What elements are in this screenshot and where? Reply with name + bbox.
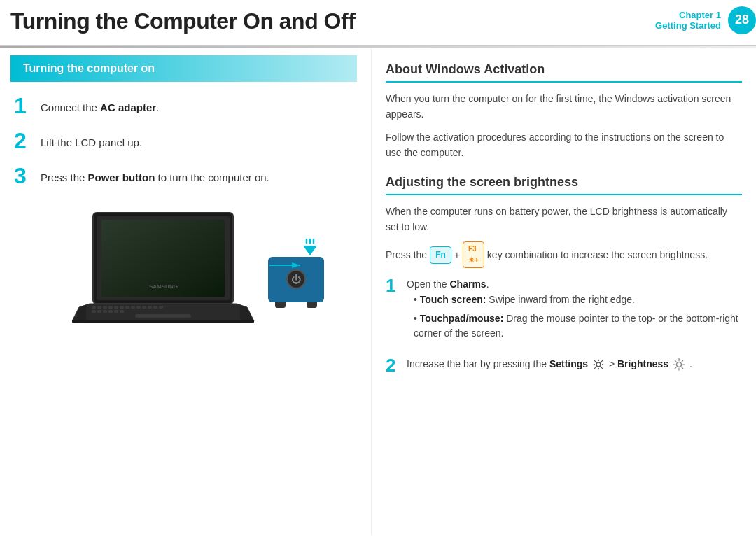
left-column: Turning the computer on 1 Connect the AC… xyxy=(0,48,371,535)
svg-line-40 xyxy=(682,367,683,369)
svg-rect-16 xyxy=(148,306,152,309)
brightness-icon xyxy=(673,358,685,371)
svg-point-33 xyxy=(596,362,601,367)
svg-rect-18 xyxy=(159,306,163,309)
svg-line-42 xyxy=(682,360,683,362)
step-2: 2 Lift the LCD panel up. xyxy=(10,132,357,152)
svg-rect-7 xyxy=(97,306,102,309)
main-content: Turning the computer on 1 Connect the AC… xyxy=(0,48,756,535)
svg-text:SAMSUNG: SAMSUNG xyxy=(149,283,178,290)
sub-step-2-text: Increase the bar by pressing the Setting… xyxy=(407,356,692,372)
sub-step-1-number: 1 xyxy=(386,276,407,295)
section2-title: Adjusting the screen brightness xyxy=(386,175,742,190)
sub-step-1: 1 Open the Charms. Touch screen: Swipe i… xyxy=(386,276,742,344)
bullet-touch: Touch screen: Swipe inward from the righ… xyxy=(414,292,742,307)
settings-gear-icon xyxy=(592,358,605,371)
chapter-sub: Getting Started xyxy=(655,20,721,31)
section1-para2: Follow the activation procedures accordi… xyxy=(386,129,742,161)
arrow-icon xyxy=(275,236,317,257)
page-header: Turning the Computer On and Off Chapter … xyxy=(0,0,756,46)
section1-para1: When you turn the computer on for the fi… xyxy=(386,91,742,122)
key-combo-before: Press the xyxy=(386,247,427,262)
step-3-number: 3 xyxy=(14,164,41,187)
step-1: 1 Connect the AC adapter. xyxy=(10,97,357,117)
svg-marker-30 xyxy=(303,246,317,255)
sub-step-1-text: Open the Charms. Touch screen: Swipe inw… xyxy=(407,276,742,344)
svg-rect-21 xyxy=(103,310,107,313)
key-combo-after: key combination to increase the screen b… xyxy=(487,247,708,262)
brightness-bold: Brightness xyxy=(617,358,668,369)
page-title: Turning the Computer On and Off xyxy=(0,0,648,40)
chapter-badge: Chapter 1 Getting Started xyxy=(648,0,721,40)
power-button-callout: ⏻ xyxy=(268,236,324,302)
fn-key: Fn xyxy=(430,246,451,264)
chapter-label: Chapter 1 xyxy=(679,10,721,20)
svg-rect-19 xyxy=(92,310,96,313)
step-2-text: Lift the LCD panel up. xyxy=(41,132,142,151)
sub-step-2-number: 2 xyxy=(386,356,407,374)
svg-rect-26 xyxy=(72,320,254,323)
step-2-number: 2 xyxy=(14,129,41,152)
sub-step-2: 2 Increase the bar by pressing the Setti… xyxy=(386,356,742,374)
svg-rect-9 xyxy=(108,306,113,309)
svg-rect-10 xyxy=(114,306,118,309)
charms-bold: Charms xyxy=(450,278,486,290)
step-3-text: Press the Power button to turn the compu… xyxy=(41,167,270,186)
svg-rect-24 xyxy=(120,310,124,313)
section2-para1: When the computer runs on battery power,… xyxy=(386,204,742,235)
settings-bold: Settings xyxy=(550,358,588,369)
step-3-bold: Power button xyxy=(88,171,155,183)
svg-rect-15 xyxy=(142,306,146,309)
svg-rect-22 xyxy=(108,310,113,313)
svg-rect-6 xyxy=(92,306,96,309)
step-3: 3 Press the Power button to turn the com… xyxy=(10,167,357,187)
svg-point-34 xyxy=(677,362,682,367)
right-column: About Windows Activation When you turn t… xyxy=(371,48,756,535)
section1-title: About Windows Activation xyxy=(386,62,742,77)
f3-key: F3☀+ xyxy=(463,241,484,268)
bullet-touchpad: Touchpad/mouse: Drag the mouse pointer t… xyxy=(414,311,742,341)
callout-arrow xyxy=(270,258,304,272)
svg-rect-20 xyxy=(97,310,102,313)
plus-sign: + xyxy=(454,247,460,262)
svg-rect-13 xyxy=(131,306,135,309)
page-number: 28 xyxy=(728,6,756,34)
svg-rect-12 xyxy=(125,306,130,309)
svg-line-41 xyxy=(675,367,676,369)
key-combo-line: Press the Fn + F3☀+ key combination to i… xyxy=(386,241,742,268)
section1-divider xyxy=(386,81,742,83)
svg-line-39 xyxy=(675,360,676,362)
svg-rect-17 xyxy=(153,306,158,309)
svg-rect-11 xyxy=(120,306,124,309)
svg-rect-8 xyxy=(103,306,107,309)
section-bar: Turning the computer on xyxy=(10,55,357,82)
step-1-text: Connect the AC adapter. xyxy=(41,97,159,116)
power-button: ⏻ xyxy=(286,269,306,289)
svg-rect-25 xyxy=(135,314,191,318)
step-1-number: 1 xyxy=(14,94,41,117)
step-1-bold: AC adapter xyxy=(100,101,156,113)
laptop-image-area: SAMSUNG xyxy=(38,202,357,335)
svg-rect-23 xyxy=(114,310,118,313)
laptop-illustration: SAMSUNG xyxy=(72,206,275,332)
section2-divider xyxy=(386,194,742,195)
svg-rect-14 xyxy=(136,306,141,309)
